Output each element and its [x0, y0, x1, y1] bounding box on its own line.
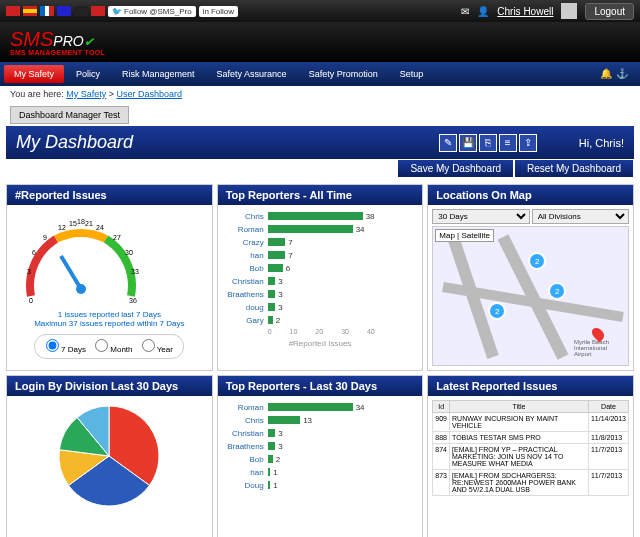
time-range-selector: 7 Days Month Year — [34, 334, 184, 359]
nav-safety-promotion[interactable]: Safety Promotion — [299, 65, 388, 83]
widget-title: Locations On Map — [428, 185, 633, 205]
bar-row: Braathens3 — [220, 440, 421, 452]
mail-icon[interactable]: ✉ — [461, 6, 469, 17]
radio-year[interactable]: Year — [142, 339, 173, 354]
bar-row: Roman34 — [220, 401, 421, 413]
share-icon[interactable]: ⇪ — [519, 134, 537, 152]
nav-policy[interactable]: Policy — [66, 65, 110, 83]
bar-row: Chris38 — [220, 210, 421, 222]
map-division-select[interactable]: All Divisions — [532, 209, 629, 224]
top-bar: 🐦 Follow @SMS_Pro in Follow ✉ 👤 Chris Ho… — [0, 0, 640, 22]
greeting: Hi, Chris! — [579, 137, 624, 149]
widget-login-division: Login By Division Last 30 Days — [6, 375, 213, 537]
save-icon[interactable]: 💾 — [459, 134, 477, 152]
widget-title: Latest Reported Issues — [428, 376, 633, 396]
flag-icon[interactable] — [74, 6, 88, 16]
col-id[interactable]: Id — [433, 401, 450, 413]
svg-text:3: 3 — [27, 268, 31, 275]
bar-row: Chris13 — [220, 414, 421, 426]
bell-icon[interactable]: 🔔 — [600, 68, 612, 80]
flag-icon[interactable] — [6, 6, 20, 16]
breadcrumb-link[interactable]: User Dashboard — [117, 89, 183, 99]
list-icon[interactable]: ≡ — [499, 134, 517, 152]
main-nav: My Safety Policy Risk Management Safety … — [0, 62, 640, 86]
svg-text:12: 12 — [58, 224, 66, 231]
save-dashboard-button[interactable]: Save My Dashboard — [397, 159, 514, 178]
table-row[interactable]: 909RUNWAY INCURSION BY MAINT VEHICLE11/1… — [433, 413, 629, 432]
logout-button[interactable]: Logout — [585, 3, 634, 20]
bar-row: han7 — [220, 249, 421, 261]
page-title: My Dashboard — [16, 132, 133, 153]
gauge-subtitle: Maximun 37 issues reported within 7 Days — [11, 319, 208, 328]
nav-setup[interactable]: Setup — [390, 65, 434, 83]
widget-title: Login By Division Last 30 Days — [7, 376, 212, 396]
gauge-chart: 036 333 630 927 1224 1521 18 — [11, 211, 151, 306]
bar-row: Bob2 — [220, 453, 421, 465]
logo-subtitle: SMS MANAGEMENT TOOL — [10, 49, 105, 56]
col-date[interactable]: Date — [588, 401, 628, 413]
widget-top-reporters-30: Top Reporters - Last 30 Days Roman34Chri… — [217, 375, 424, 537]
linkedin-follow-button[interactable]: in Follow — [199, 6, 238, 17]
bar-row: Braathens3 — [220, 288, 421, 300]
map-label: Myrtle Beach International Airport — [574, 339, 624, 357]
copy-icon[interactable]: ⎘ — [479, 134, 497, 152]
svg-text:30: 30 — [125, 249, 133, 256]
nav-risk-management[interactable]: Risk Management — [112, 65, 205, 83]
col-title[interactable]: Title — [450, 401, 589, 413]
svg-text:36: 36 — [129, 297, 137, 304]
bar-chart: Roman34Chris13Christian3Braathens3Bob2ha… — [218, 396, 423, 537]
pie-chart — [54, 401, 164, 511]
widget-title: #Reported Issues — [7, 185, 212, 205]
svg-text:27: 27 — [113, 234, 121, 241]
svg-text:0: 0 — [29, 297, 33, 304]
bar-row: Gary2 — [220, 314, 421, 326]
breadcrumb-link[interactable]: My Safety — [66, 89, 106, 99]
flag-icon[interactable] — [40, 6, 54, 16]
anchor-icon[interactable]: ⚓ — [616, 68, 628, 80]
user-icon[interactable]: 👤 — [477, 6, 489, 17]
table-row[interactable]: 873[EMAIL] FROM SDCHARGERS3: RE:NEWEST 2… — [433, 470, 629, 496]
bar-row: Crazy7 — [220, 236, 421, 248]
logo: SMSPRO✔ — [10, 28, 105, 51]
radio-7days[interactable]: 7 Days — [46, 339, 86, 354]
edit-icon[interactable]: ✎ — [439, 134, 457, 152]
widget-top-reporters-all: Top Reporters - All Time Chris38Roman34C… — [217, 184, 424, 371]
widget-reported-issues: #Reported Issues 036 333 630 927 1224 15… — [6, 184, 213, 371]
svg-text:24: 24 — [96, 224, 104, 231]
bar-row: Christian3 — [220, 427, 421, 439]
bar-row: Bob6 — [220, 262, 421, 274]
nav-my-safety[interactable]: My Safety — [4, 65, 64, 83]
issues-table: Id Title Date 909RUNWAY INCURSION BY MAI… — [432, 400, 629, 496]
header: SMSPRO✔ SMS MANAGEMENT TOOL — [0, 22, 640, 62]
table-row[interactable]: 874[EMAIL] FROM YP – PRACTICAL MARKETING… — [433, 444, 629, 470]
flag-icon[interactable] — [23, 6, 37, 16]
svg-point-1 — [76, 284, 86, 294]
bar-chart: Chris38Roman34Crazy7han7Bob6Christian3Br… — [218, 205, 423, 365]
bar-row: Doug1 — [220, 479, 421, 491]
bar-row: han1 — [220, 466, 421, 478]
widget-latest-issues: Latest Reported Issues Id Title Date 909… — [427, 375, 634, 537]
widget-title: Top Reporters - All Time — [218, 185, 423, 205]
title-bar: My Dashboard ✎ 💾 ⎘ ≡ ⇪ Hi, Chris! — [6, 126, 634, 159]
twitter-follow-button[interactable]: 🐦 Follow @SMS_Pro — [108, 6, 196, 17]
flag-icon[interactable] — [57, 6, 71, 16]
svg-text:6: 6 — [32, 249, 36, 256]
table-row[interactable]: 888TOBIAS TESTAR SMS PRO11/8/2013 — [433, 432, 629, 444]
svg-text:18: 18 — [77, 218, 85, 225]
svg-text:33: 33 — [131, 268, 139, 275]
widget-locations-map: Locations On Map 30 Days All Divisions M… — [427, 184, 634, 371]
svg-text:21: 21 — [85, 220, 93, 227]
map-type-toggle[interactable]: Map | Satellite — [435, 229, 494, 242]
widget-title: Top Reporters - Last 30 Days — [218, 376, 423, 396]
nav-safety-assurance[interactable]: Safety Assurance — [207, 65, 297, 83]
reset-dashboard-button[interactable]: Reset My Dashboard — [514, 159, 634, 178]
map-days-select[interactable]: 30 Days — [432, 209, 529, 224]
avatar — [561, 3, 577, 19]
radio-month[interactable]: Month — [95, 339, 132, 354]
map-canvas[interactable]: Map | Satellite 2 2 2 Myrtle Beach Inter… — [432, 226, 629, 366]
bar-row: Roman34 — [220, 223, 421, 235]
user-name-link[interactable]: Chris Howell — [497, 6, 553, 17]
flag-icon[interactable] — [91, 6, 105, 16]
dashboard-tab[interactable]: Dashboard Manager Test — [10, 106, 129, 124]
svg-text:9: 9 — [43, 234, 47, 241]
